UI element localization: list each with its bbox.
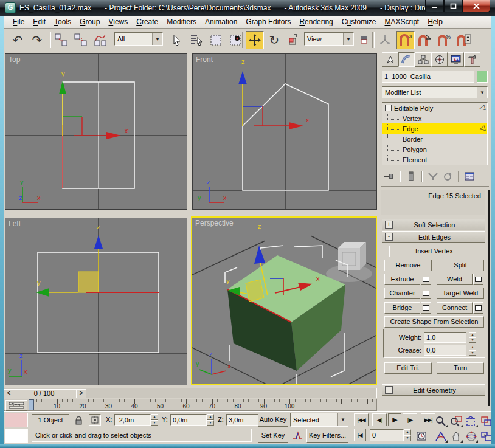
viewport-perspective[interactable]: Perspective <box>191 216 377 385</box>
menu-create[interactable]: Create <box>132 16 162 27</box>
rollout-expand-icon[interactable]: + <box>385 221 393 229</box>
menu-graph-editors[interactable]: Graph Editors <box>241 16 295 27</box>
maxscript-mini-listener-macro[interactable] <box>5 413 28 427</box>
x-coord-field[interactable] <box>114 414 151 426</box>
viewport-front[interactable]: Front z x z y x <box>192 53 377 210</box>
minimize-button[interactable] <box>425 0 444 12</box>
previous-frame-button[interactable]: ◀|| <box>372 413 387 426</box>
menu-animation[interactable]: Animation <box>201 16 241 27</box>
viewport-front-label[interactable]: Front <box>196 55 213 64</box>
panel-scrollbar[interactable] <box>488 190 490 406</box>
next-frame-button[interactable]: ||▶ <box>403 413 417 426</box>
x-coord-spinner[interactable]: ▲▼ <box>151 414 158 426</box>
connect-button[interactable]: Connect <box>437 302 472 314</box>
insert-vertex-button[interactable]: Insert Vertex <box>389 246 479 257</box>
menu-tools[interactable]: Tools <box>50 16 75 27</box>
stack-expander-icon[interactable]: - <box>385 105 392 111</box>
go-to-start-button[interactable]: |◀◀ <box>354 413 369 426</box>
key-filters-button[interactable]: Key Filters... <box>306 429 348 443</box>
stack-item-element[interactable]: Element <box>382 154 487 165</box>
viewport-perspective-label[interactable]: Perspective <box>195 219 234 227</box>
rollout-collapse-icon[interactable]: - <box>385 233 393 241</box>
bind-to-space-warp-button[interactable] <box>91 31 109 49</box>
viewport-top-label[interactable]: Top <box>9 55 20 64</box>
default-tangent-icon[interactable] <box>290 429 305 443</box>
tab-create[interactable] <box>382 52 398 67</box>
extrude-settings-button[interactable] <box>421 274 431 285</box>
y-coord-spinner[interactable]: ▲▼ <box>207 414 214 426</box>
reference-coordinate-system-dropdown[interactable]: View ▼ <box>304 32 354 46</box>
animation-selection-dropdown[interactable]: Selected ▼ <box>290 413 348 427</box>
y-coord-field[interactable] <box>170 414 207 426</box>
weld-settings-button[interactable] <box>473 274 483 285</box>
target-weld-button[interactable]: Target Weld <box>437 288 484 299</box>
select-and-link-button[interactable] <box>52 31 71 49</box>
zoom-extents-button[interactable] <box>463 413 479 429</box>
time-slider-handle[interactable]: 0 / 100 <box>12 389 77 398</box>
tab-hierarchy[interactable] <box>415 52 431 67</box>
select-object-button[interactable] <box>168 31 186 49</box>
menu-views[interactable]: Views <box>104 16 132 27</box>
weight-spinner[interactable]: ▲▼ <box>469 332 476 343</box>
stack-item-editable-poly[interactable]: -Editable Poly◁ <box>382 103 487 113</box>
show-end-result-icon[interactable] <box>404 170 418 182</box>
remove-button[interactable]: Remove <box>384 260 432 271</box>
create-shape-from-selection-button[interactable]: Create Shape From Selection <box>384 316 484 328</box>
modifier-list-dropdown[interactable]: Modifier List ▼ <box>382 86 488 98</box>
menu-help[interactable]: Help <box>423 16 447 27</box>
viewport-top[interactable]: Top y x y z x <box>5 53 187 210</box>
stack-item-border[interactable]: Border <box>382 134 487 144</box>
snaps-toggle-3d-button[interactable]: 3 <box>396 31 415 49</box>
pin-stack-icon[interactable] <box>382 170 396 182</box>
select-and-manipulate-button[interactable] <box>376 31 394 49</box>
unlink-selection-button[interactable] <box>72 31 90 49</box>
object-name-field[interactable] <box>382 71 474 83</box>
maximize-button[interactable] <box>444 0 463 12</box>
redo-button[interactable]: ↷ <box>28 31 46 49</box>
connect-settings-button[interactable] <box>473 302 483 314</box>
select-and-scale-button[interactable] <box>285 31 303 49</box>
stack-item-edge[interactable]: Edge◁ <box>382 123 487 134</box>
rollout-soft-selection[interactable]: + Soft Selection <box>382 219 485 230</box>
close-button[interactable] <box>463 0 490 12</box>
configure-modifier-sets-icon[interactable] <box>462 170 477 182</box>
bridge-button[interactable]: Bridge <box>384 302 420 314</box>
maxscript-mini-listener[interactable] <box>5 429 28 443</box>
percent-snap-toggle-button[interactable]: % <box>435 31 454 49</box>
weight-field[interactable] <box>424 332 466 343</box>
selection-lock-toggle[interactable] <box>73 415 84 426</box>
zoom-all-button[interactable] <box>448 413 464 429</box>
time-slider[interactable]: < 0 / 100 > <box>4 388 377 398</box>
menu-edit[interactable]: Edit <box>29 16 50 27</box>
remove-modifier-icon[interactable] <box>440 170 455 182</box>
next-frame-arrow[interactable]: > <box>76 389 86 398</box>
field-of-view-button[interactable] <box>433 429 449 444</box>
tab-modify[interactable] <box>398 52 415 67</box>
z-coord-field[interactable] <box>226 414 260 426</box>
make-unique-icon[interactable] <box>426 170 440 182</box>
absolute-offset-mode-toggle[interactable] <box>89 414 101 426</box>
play-button[interactable]: ▶ <box>388 413 401 426</box>
crease-field[interactable] <box>424 345 466 356</box>
rollout-collapse-icon[interactable]: - <box>385 386 393 394</box>
key-mode-toggle-button[interactable]: |◀| <box>354 429 366 441</box>
rectangular-selection-region-button[interactable] <box>207 31 225 49</box>
menu-group[interactable]: Group <box>75 16 104 27</box>
rollout-edit-geometry[interactable]: - Edit Geometry <box>382 384 485 396</box>
select-and-rotate-button[interactable]: ↻ <box>265 31 283 49</box>
selection-filter-dropdown[interactable]: All ▼ <box>114 32 163 46</box>
split-button[interactable]: Split <box>437 260 484 271</box>
current-frame-marker[interactable] <box>29 399 34 410</box>
title-bar[interactable]: G ES_Casilla_01a2.max - Project Folder: … <box>0 0 495 16</box>
chamfer-settings-button[interactable] <box>421 288 431 299</box>
select-by-name-button[interactable] <box>187 31 206 49</box>
bridge-settings-button[interactable] <box>421 302 431 314</box>
viewport-left-label[interactable]: Left <box>9 219 21 228</box>
current-frame-field[interactable] <box>370 429 404 441</box>
tab-utilities[interactable] <box>464 52 480 67</box>
arc-rotate-button[interactable] <box>463 429 479 444</box>
menu-file[interactable]: File <box>9 16 29 27</box>
frame-spinner[interactable]: ▲▼ <box>404 429 411 441</box>
menu-maxscript[interactable]: MAXScript <box>381 16 424 27</box>
track-bar[interactable]: 0102030405060708090100 <box>4 399 377 411</box>
